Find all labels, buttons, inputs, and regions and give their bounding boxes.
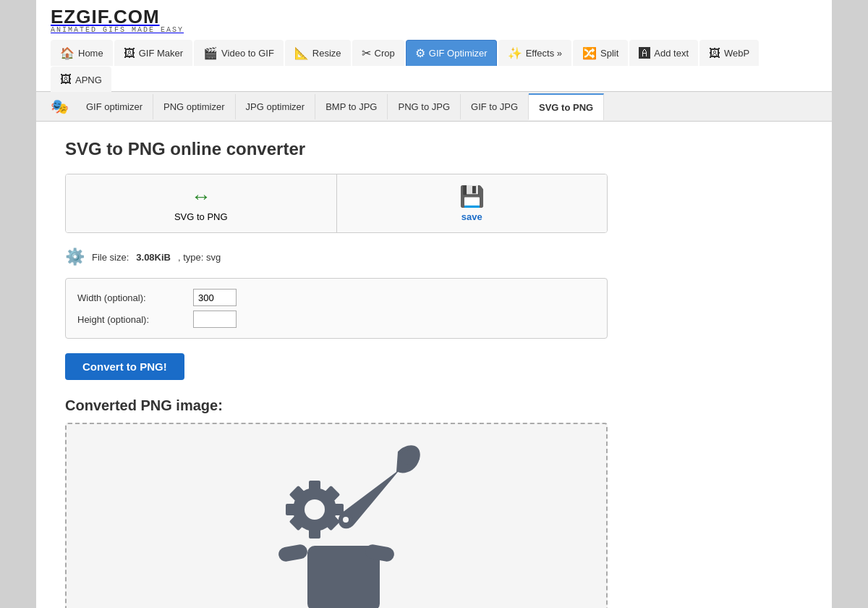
logo-sub-text: ANIMATED GIFS MADE EASY bbox=[51, 26, 184, 34]
nav-icon-apng: 🖼 bbox=[60, 73, 72, 86]
file-size-prefix: File size: bbox=[92, 252, 129, 263]
upload-label: SVG to PNG bbox=[174, 211, 228, 222]
upload-button[interactable]: ↔ SVG to PNG bbox=[66, 174, 337, 232]
subnav-item-gif-optimizer[interactable]: GIF optimizer bbox=[76, 94, 153, 119]
svg-point-12 bbox=[399, 450, 420, 465]
site-logo[interactable]: EZGIF.COM ANIMATED GIFS MADE EASY bbox=[51, 7, 184, 34]
width-input[interactable] bbox=[193, 289, 237, 306]
action-bar: ↔ SVG to PNG 💾 save bbox=[65, 174, 608, 233]
nav-icon-webp: 🖼 bbox=[709, 47, 720, 60]
nav-icon-crop: ✂ bbox=[362, 46, 371, 60]
nav-item-effects[interactable]: ✨Effects » bbox=[498, 40, 571, 66]
file-size-value: 3.08KiB bbox=[136, 252, 171, 263]
nav-icon-split: 🔀 bbox=[582, 46, 597, 60]
upload-icon: ↔ bbox=[191, 185, 211, 208]
page-title: SVG to PNG online converter bbox=[65, 139, 803, 159]
width-label: Width (optional): bbox=[77, 292, 193, 303]
nav-item-resize[interactable]: 📐Resize bbox=[285, 40, 351, 66]
subnav-item-gif-to-jpg[interactable]: GIF to JPG bbox=[461, 94, 529, 119]
gear-icon: ⚙️ bbox=[65, 248, 85, 266]
save-icon: 💾 bbox=[459, 185, 485, 208]
nav-item-webp[interactable]: 🖼WebP bbox=[699, 40, 759, 66]
save-label: save bbox=[461, 211, 482, 222]
sub-navigation: 🎭 GIF optimizerPNG optimizerJPG optimize… bbox=[36, 92, 832, 122]
logo-main-text: EZGIF.COM bbox=[51, 7, 184, 26]
converted-heading: Converted PNG image: bbox=[65, 397, 803, 414]
nav-label-webp: WebP bbox=[724, 48, 749, 59]
nav-icon-add-text: 🅰 bbox=[639, 47, 650, 60]
width-option-row: Width (optional): bbox=[77, 289, 595, 306]
nav-item-gif-maker[interactable]: 🖼GIF Maker bbox=[114, 40, 192, 66]
svg-rect-14 bbox=[278, 544, 309, 563]
main-navigation: 🏠Home🖼GIF Maker🎬Video to GIF📐Resize✂Crop… bbox=[51, 40, 817, 91]
nav-item-split[interactable]: 🔀Split bbox=[573, 40, 628, 66]
file-type-label: , type: svg bbox=[178, 252, 221, 263]
options-box: Width (optional): Height (optional): bbox=[65, 278, 608, 339]
save-button[interactable]: 💾 save bbox=[337, 174, 608, 232]
svg-rect-3 bbox=[309, 525, 320, 539]
nav-item-home[interactable]: 🏠Home bbox=[51, 40, 113, 66]
converted-image-preview bbox=[228, 430, 445, 608]
nav-item-video-to-gif[interactable]: 🎬Video to GIF bbox=[194, 40, 284, 66]
convert-button[interactable]: Convert to PNG! bbox=[65, 353, 184, 380]
svg-point-11 bbox=[343, 517, 349, 523]
nav-label-apng: APNG bbox=[75, 75, 102, 85]
nav-label-effects: Effects » bbox=[526, 48, 562, 59]
nav-label-gif-maker: GIF Maker bbox=[139, 48, 183, 59]
nav-icon-gif-optimizer: ⚙ bbox=[415, 46, 425, 60]
nav-label-resize: Resize bbox=[312, 48, 341, 59]
nav-icon-video-to-gif: 🎬 bbox=[203, 46, 218, 60]
subnav-item-jpg-optimizer[interactable]: JPG optimizer bbox=[236, 94, 316, 119]
nav-item-add-text[interactable]: 🅰Add text bbox=[629, 40, 698, 66]
converted-image-box bbox=[65, 423, 608, 608]
svg-rect-2 bbox=[309, 481, 320, 494]
svg-rect-4 bbox=[286, 504, 299, 515]
subnav-item-bmp-to-jpg[interactable]: BMP to JPG bbox=[315, 94, 388, 119]
svg-point-1 bbox=[305, 499, 325, 520]
nav-label-home: Home bbox=[78, 48, 103, 59]
nav-label-split: Split bbox=[600, 48, 618, 59]
nav-icon-effects: ✨ bbox=[508, 46, 522, 60]
height-input[interactable] bbox=[193, 311, 237, 328]
subnav-item-svg-to-png[interactable]: SVG to PNG bbox=[529, 93, 604, 120]
nav-label-add-text: Add text bbox=[654, 48, 689, 59]
subnav-item-png-optimizer[interactable]: PNG optimizer bbox=[153, 94, 236, 119]
nav-item-gif-optimizer[interactable]: ⚙GIF Optimizer bbox=[406, 40, 497, 66]
height-label: Height (optional): bbox=[77, 314, 193, 325]
converted-section: Converted PNG image: bbox=[65, 397, 803, 608]
subnav-item-png-to-jpg[interactable]: PNG to JPG bbox=[388, 94, 461, 119]
nav-icon-resize: 📐 bbox=[294, 46, 309, 60]
nav-label-crop: Crop bbox=[375, 48, 395, 59]
nav-item-crop[interactable]: ✂Crop bbox=[352, 40, 404, 66]
nav-label-video-to-gif: Video to GIF bbox=[221, 48, 274, 59]
nav-icon-gif-maker: 🖼 bbox=[124, 47, 135, 60]
nav-icon-home: 🏠 bbox=[60, 46, 75, 60]
sub-nav-logo-icon: 🎭 bbox=[43, 92, 76, 121]
nav-label-gif-optimizer: GIF Optimizer bbox=[429, 48, 488, 59]
height-option-row: Height (optional): bbox=[77, 311, 595, 328]
nav-item-apng[interactable]: 🖼APNG bbox=[51, 67, 111, 92]
file-info: ⚙️ File size: 3.08KiB, type: svg bbox=[65, 248, 803, 266]
